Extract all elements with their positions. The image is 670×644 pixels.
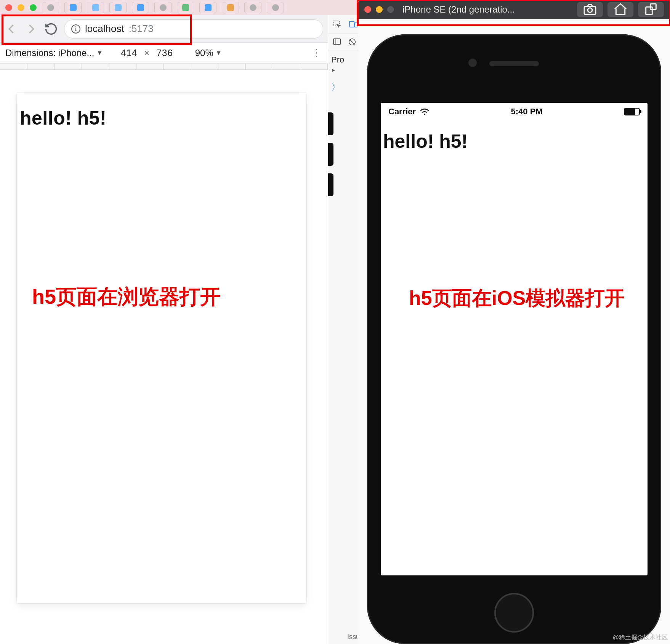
traffic-light-zoom-icon[interactable] xyxy=(30,4,37,11)
annotation-text-left: h5页面在浏览器打开 xyxy=(32,283,221,311)
times-icon: × xyxy=(144,48,150,58)
svg-line-6 xyxy=(350,40,355,45)
chrome-window: i localhost:5173 Dimensions: iPhone... ▼… xyxy=(0,15,328,644)
project-navigator-label: Pro xyxy=(328,50,362,66)
tab-icon[interactable] xyxy=(42,2,59,13)
device-viewport-wrap: hello! h5! h5页面在浏览器打开 xyxy=(0,70,328,626)
iphone-home-button[interactable] xyxy=(494,593,534,633)
disclosure-chevron-icon[interactable]: 〉 xyxy=(328,74,362,101)
tab-icon[interactable] xyxy=(132,2,149,13)
ios-status-bar: Carrier 5:40 PM xyxy=(381,103,648,120)
simulator-body: Carrier 5:40 PM hello! h5! h5页面在iOS模拟器打开 xyxy=(358,19,670,644)
wifi-icon xyxy=(420,108,430,115)
device-select[interactable]: Dimensions: iPhone... ▼ xyxy=(5,48,103,58)
devtools-device-toolbar: Dimensions: iPhone... ▼ 414 × 736 90% ▼ … xyxy=(0,43,328,64)
iphone-screen[interactable]: Carrier 5:40 PM hello! h5! h5页面在iOS模拟器打开 xyxy=(381,103,648,575)
device-viewport[interactable]: hello! h5! h5页面在浏览器打开 xyxy=(17,93,306,603)
tab-icon[interactable] xyxy=(267,2,284,13)
more-options-button[interactable]: ⋯ xyxy=(311,47,323,59)
ios-simulator-window: iPhone SE (2nd generatio... Carrier xyxy=(358,0,670,644)
device-ruler xyxy=(0,64,328,70)
traffic-light-minimize-icon[interactable] xyxy=(18,4,24,11)
svg-rect-1 xyxy=(349,21,354,27)
phone-side-button xyxy=(328,173,333,196)
earpiece-icon xyxy=(489,61,539,66)
device-dimensions: 414 × 736 xyxy=(121,48,173,58)
tab-icon[interactable] xyxy=(154,2,172,13)
chevron-down-icon: ▼ xyxy=(216,50,222,56)
highlight-rectangle-left xyxy=(2,14,192,45)
tab-icon[interactable] xyxy=(199,2,216,13)
device-select-label: Dimensions: iPhone... xyxy=(5,48,94,58)
tab-icon[interactable] xyxy=(244,2,261,13)
traffic-light-close-icon[interactable] xyxy=(5,4,12,11)
zoom-value: 90% xyxy=(195,48,213,58)
page-heading: hello! h5! xyxy=(383,130,468,152)
chevron-down-icon: ▼ xyxy=(96,50,103,56)
zoom-select[interactable]: 90% ▼ xyxy=(195,48,222,58)
annotation-text-right: h5页面在iOS模拟器打开 xyxy=(409,285,625,312)
disable-icon[interactable] xyxy=(347,38,357,46)
watermark-text: @稀土掘金技术社区 xyxy=(613,634,668,642)
tab-icon[interactable] xyxy=(222,2,239,13)
battery-icon xyxy=(624,108,640,115)
page-heading: hello! h5! xyxy=(20,107,106,129)
highlight-rectangle-right xyxy=(357,0,670,26)
tab-icon[interactable] xyxy=(109,2,127,13)
tab-icon[interactable] xyxy=(87,2,104,13)
tab-icon[interactable] xyxy=(64,2,82,13)
panel-toggle-icon[interactable] xyxy=(332,38,342,46)
device-width[interactable]: 414 xyxy=(121,48,137,58)
xcode-side-panel: Pro ▸ 〉 Issu xyxy=(328,15,362,644)
svg-rect-3 xyxy=(333,39,340,45)
clock-label: 5:40 PM xyxy=(511,107,543,117)
carrier-label: Carrier xyxy=(388,107,416,117)
front-camera-icon xyxy=(468,59,477,67)
tab-icon[interactable] xyxy=(177,2,194,13)
inspect-element-icon[interactable] xyxy=(332,20,342,29)
device-height[interactable]: 736 xyxy=(157,48,173,58)
iphone-frame: Carrier 5:40 PM hello! h5! h5页面在iOS模拟器打开 xyxy=(367,34,661,644)
phone-side-button xyxy=(328,112,333,135)
phone-side-button xyxy=(328,143,333,166)
